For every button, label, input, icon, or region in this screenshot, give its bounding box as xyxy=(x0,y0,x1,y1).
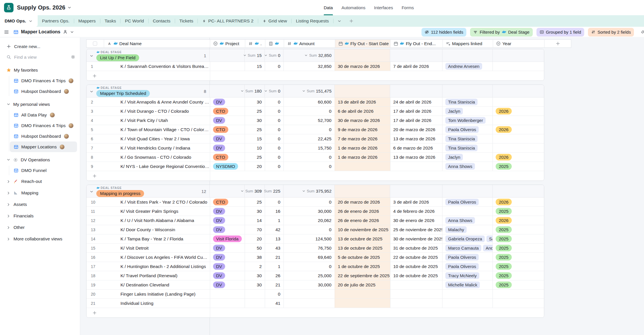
sidebar-view-dmo-finances-4-trips[interactable]: DMO Finances 4 Trips xyxy=(10,120,77,131)
deal-name-cell[interactable]: K / Visit Park City / Utah xyxy=(104,116,210,125)
amount-cell[interactable]: 52,700 xyxy=(283,116,335,125)
mappers-linked-cell[interactable]: Paola Oliveros xyxy=(442,125,492,134)
flyout-start-cell[interactable]: 30 de marzo de 2026 xyxy=(335,62,390,71)
add-table-button[interactable] xyxy=(345,19,357,23)
mappers-linked-cell[interactable]: Tina Staniscia xyxy=(442,143,492,152)
project-cell[interactable]: CTO xyxy=(210,107,245,116)
mappers-linked-cell[interactable]: Tom Wollenberger xyxy=(442,116,492,125)
column-header-n2[interactable] xyxy=(265,40,284,47)
row-number-cell[interactable]: 6 xyxy=(87,134,104,143)
flyout-end-cell[interactable]: 24 de abril de 2026 xyxy=(390,97,442,106)
column-header-name[interactable]: ADeal Name xyxy=(104,40,210,47)
flyout-start-cell[interactable]: 10 de noviembre de 2025 xyxy=(335,225,390,234)
year-cell[interactable]: 2026 xyxy=(492,125,544,134)
number-cell-1[interactable]: 25 xyxy=(245,198,265,206)
row-number-cell[interactable]: 15 xyxy=(87,244,104,252)
year-cell[interactable] xyxy=(492,143,544,152)
project-cell[interactable]: DV xyxy=(210,244,245,252)
active-table-tab[interactable]: DMO Ops. xyxy=(0,15,38,27)
sidebar-view-mapper-locations[interactable]: Mapper Locations xyxy=(10,141,77,152)
flyout-start-cell[interactable]: 1 de marzo de 2026 xyxy=(335,143,390,152)
flyout-end-cell[interactable]: 30 de noviembre de 2025 xyxy=(390,234,442,243)
year-cell[interactable]: 2026 xyxy=(492,153,544,162)
view-settings-gear-icon[interactable] xyxy=(71,55,75,59)
mappers-linked-cell[interactable]: Michelle Malick xyxy=(442,280,492,289)
column-header-project[interactable]: Project xyxy=(210,40,245,47)
row-number-cell[interactable]: 14 xyxy=(87,234,104,243)
mappers-linked-cell[interactable]: Anna Shows xyxy=(442,216,492,225)
flyout-end-cell[interactable]: 7 de abril de 2026 xyxy=(390,62,442,71)
row-number-cell[interactable]: 5 xyxy=(87,125,104,134)
group-summary-amount[interactable]: Sum32,850 xyxy=(283,49,334,62)
mappers-linked-cell[interactable]: Malachy xyxy=(442,225,492,234)
year-cell[interactable]: 2025 xyxy=(492,162,544,171)
add-record-row[interactable] xyxy=(87,171,544,181)
number-cell-2[interactable]: 41 xyxy=(265,299,283,308)
column-header-amount[interactable]: Amount xyxy=(284,40,335,47)
project-cell[interactable]: DV xyxy=(210,134,245,143)
flyout-start-cell[interactable]: 20 de marzo de 2026 xyxy=(335,198,390,206)
flyout-start-cell[interactable]: 30 de marzo de 2026 xyxy=(335,116,390,125)
flyout-start-cell[interactable]: 1 de marzo de 2026 xyxy=(335,153,390,162)
create-new-button[interactable]: Create new... xyxy=(0,41,80,52)
group-collapse-chevron-icon[interactable] xyxy=(90,54,93,58)
base-title-chevron-down-icon[interactable] xyxy=(68,6,71,9)
flyout-end-cell[interactable]: 25 de noviembre de 2025 xyxy=(390,225,442,234)
amount-cell[interactable]: 0 xyxy=(283,225,335,234)
add-field-button[interactable] xyxy=(544,40,571,47)
number-cell-2[interactable]: 0 xyxy=(265,97,283,106)
year-cell[interactable] xyxy=(492,134,544,143)
number-cell-2[interactable]: 21 xyxy=(265,280,283,289)
flyout-end-cell[interactable]: 30 de enero de 2026 xyxy=(390,216,442,225)
flyout-end-cell[interactable]: 17 de abril de 2026 xyxy=(390,116,442,125)
project-cell[interactable]: DV xyxy=(210,216,245,225)
number-cell-2[interactable]: 0 xyxy=(265,134,283,143)
group-summary-n1[interactable]: Sum180 xyxy=(244,85,264,97)
project-cell[interactable]: CTO xyxy=(210,125,245,134)
flyout-end-cell[interactable]: 10 de octubre de 2025 xyxy=(390,271,442,280)
sidebar-view-all-data-play[interactable]: All Data Play xyxy=(10,110,77,120)
row-number-cell[interactable]: 17 xyxy=(87,262,104,271)
group-value-pill[interactable]: List Up / Pre Field xyxy=(96,54,139,61)
row-number-cell[interactable]: 1 xyxy=(87,62,104,71)
number-cell-1[interactable]: 25 xyxy=(245,153,265,162)
deal-name-cell[interactable]: K / Discover Los Angeles - FIFA World Cu… xyxy=(104,253,210,262)
row-number-cell[interactable]: 21 xyxy=(87,299,104,308)
view-sidebar-toggle-icon[interactable] xyxy=(4,30,9,35)
add-record-row[interactable] xyxy=(87,308,544,317)
mapper-record-pill[interactable]: Marco Camauta xyxy=(445,245,481,251)
flyout-end-cell[interactable]: 10 de octubre de 2025 xyxy=(390,262,442,271)
column-header-rownum[interactable] xyxy=(87,40,104,47)
amount-cell[interactable]: 124,500 xyxy=(283,234,335,243)
mapper-record-pill[interactable]: Michelle Malick xyxy=(445,282,480,288)
mapper-record-pill[interactable]: Tom Wollenberger xyxy=(445,117,485,124)
row-number-cell[interactable]: 18 xyxy=(87,271,104,280)
year-cell[interactable]: 2025 xyxy=(492,253,544,262)
flyout-end-cell[interactable] xyxy=(390,290,442,298)
mappers-linked-cell[interactable]: Tracy McNeely xyxy=(442,271,492,280)
table-tab-2[interactable]: Tasks xyxy=(100,18,120,24)
year-cell[interactable] xyxy=(492,299,544,308)
project-cell[interactable]: DV xyxy=(210,143,245,152)
number-cell-2[interactable]: 13 xyxy=(265,234,283,243)
row-number-cell[interactable]: 12 xyxy=(87,216,104,225)
group-collapse-chevron-icon[interactable] xyxy=(90,190,93,194)
row-number-cell[interactable]: 10 xyxy=(87,198,104,206)
number-cell-1[interactable]: 15 xyxy=(245,62,265,71)
top-nav-item-forms[interactable]: Forms xyxy=(402,0,414,15)
select-all-checkbox[interactable] xyxy=(93,41,97,46)
flyout-end-cell[interactable] xyxy=(390,280,442,289)
mappers-linked-cell[interactable] xyxy=(442,207,492,216)
row-number-cell[interactable]: 19 xyxy=(87,280,104,289)
deal-name-cell[interactable]: K/ Destination Cleveland xyxy=(104,280,210,289)
flyout-start-cell[interactable]: 7 de marzo de 2026 xyxy=(335,134,390,143)
amount-cell[interactable] xyxy=(283,290,335,298)
group-summary-n2[interactable]: Sum0 xyxy=(264,49,283,62)
number-cell-1[interactable]: 10 xyxy=(245,143,265,152)
project-cell[interactable] xyxy=(210,299,245,308)
deal-name-cell[interactable]: K / Visit Quad Cities - Year 2 / Iowa xyxy=(104,134,210,143)
flyout-end-cell[interactable]: 6 de marzo de 2026 xyxy=(390,143,442,152)
project-cell[interactable]: DV xyxy=(210,207,245,216)
amount-cell[interactable]: 69,640 xyxy=(283,253,335,262)
top-nav-item-automations[interactable]: Automations xyxy=(342,0,365,15)
